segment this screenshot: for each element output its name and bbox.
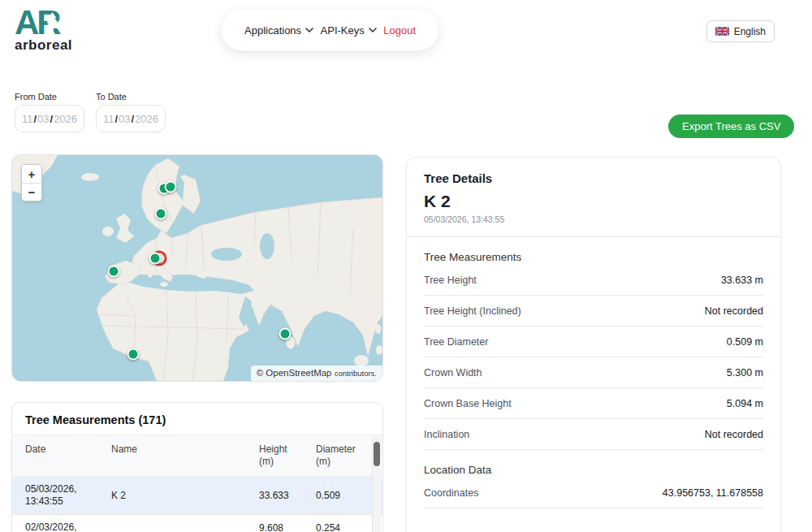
from-date-input[interactable]: 11/03/2026 — [15, 105, 84, 132]
map-marker[interactable] — [165, 181, 177, 193]
map-marker[interactable] — [279, 328, 292, 340]
export-csv-button[interactable]: Export Trees as CSV — [668, 115, 794, 138]
osm-link[interactable]: © OpenStreetMap — [257, 368, 332, 378]
cell-name: K 2 — [111, 490, 259, 501]
brand-logo[interactable]: AR arboreal — [15, 6, 80, 54]
to-date-input[interactable]: 11/03/2026 — [96, 105, 166, 132]
map-zoom-control: + − — [21, 164, 42, 201]
tree-icon — [45, 11, 59, 32]
detail-row: Crown Base Height 5.094 m — [424, 388, 763, 419]
from-date-filter: From Date 11/03/2026 — [15, 92, 84, 132]
detail-label: Coordinates — [424, 487, 478, 499]
language-label: English — [734, 26, 766, 37]
cell-diameter: 0.509 — [316, 490, 366, 501]
to-month: 03 — [119, 113, 130, 125]
detail-label: Tree Height — [424, 275, 477, 286]
nav-api-keys[interactable]: API-Keys — [321, 24, 377, 37]
detail-row: Coordinates 43.956753, 11.678558 — [424, 478, 763, 508]
divider — [407, 236, 780, 237]
detail-label: Tree Height (Inclined) — [424, 305, 521, 317]
page: AR arboreal Applications API-Keys Logout… — [0, 0, 812, 532]
detail-value: 5.094 m — [727, 398, 763, 409]
col-date: Date — [25, 443, 111, 468]
detail-row: Tree Height 33.633 m — [424, 265, 763, 296]
detail-value: 43.956753, 11.678558 — [663, 487, 763, 499]
from-year: 2026 — [54, 113, 77, 125]
cell-date: 02/03/2026, — [25, 521, 111, 532]
nav-applications[interactable]: Applications — [244, 24, 313, 37]
nav-logout[interactable]: Logout — [383, 24, 416, 37]
measurements-heading: Tree Measurements — [424, 251, 763, 263]
detail-label: Crown Width — [424, 367, 482, 378]
detail-label: Crown Base Height — [424, 398, 512, 409]
detail-value: 0.509 m — [727, 336, 763, 348]
detail-row: Inclination Not recorded — [424, 419, 763, 450]
tree-name: K 2 — [424, 192, 763, 211]
detail-value: Not recorded — [705, 429, 763, 440]
col-height: Height(m) — [259, 443, 316, 468]
table-row[interactable]: 05/03/2026,13:43:55 K 2 33.633 0.509 — [12, 477, 382, 515]
logo-mark: AR — [15, 6, 80, 39]
detail-label: Tree Diameter — [424, 336, 488, 348]
detail-value: 33.633 m — [721, 275, 763, 286]
table-row[interactable]: 02/03/2026, 9.608 0.254 — [12, 515, 382, 532]
details-title: Tree Details — [424, 171, 763, 185]
nav-logout-label: Logout — [383, 24, 416, 37]
table-scrollbar-track — [372, 437, 381, 532]
to-year: 2026 — [135, 113, 158, 125]
attribution-suffix: contributors. — [335, 369, 377, 378]
uk-flag-icon — [715, 27, 729, 36]
from-day: 11 — [22, 113, 33, 125]
language-selector[interactable]: English — [706, 20, 775, 42]
map-marker[interactable] — [155, 208, 167, 220]
cell-date: 05/03/2026,13:43:55 — [25, 483, 111, 508]
table-scrollbar-thumb[interactable] — [374, 442, 380, 466]
detail-row: Crown Width 5.300 m — [424, 357, 763, 388]
to-day: 11 — [103, 113, 114, 125]
from-month: 03 — [37, 113, 49, 125]
table-title: Tree Measurements (171) — [12, 403, 382, 435]
col-name: Name — [111, 443, 259, 468]
tree-details-panel: Tree Details K 2 05/03/2026, 13:43:55 Tr… — [406, 157, 781, 532]
tree-measurements-card: Tree Measurements (171) Date Name Height… — [11, 402, 383, 532]
map[interactable]: + − © OpenStreetMap contributors. — [11, 154, 383, 382]
detail-row: Tree Diameter 0.509 m — [424, 327, 763, 357]
tree-timestamp: 05/03/2026, 13:43:55 — [424, 214, 763, 224]
detail-row: Tree Height (Inclined) Not recorded — [424, 296, 763, 327]
col-diameter: Diameter(m) — [316, 443, 366, 468]
nav-applications-label: Applications — [244, 24, 301, 37]
map-marker-selected[interactable] — [149, 253, 162, 265]
detail-value: Not recorded — [705, 305, 763, 317]
from-date-label: From Date — [15, 92, 84, 102]
table-header: Date Name Height(m) Diameter(m) — [12, 435, 382, 477]
detail-value: 5.300 m — [727, 367, 763, 378]
map-marker[interactable] — [127, 348, 140, 361]
cell-diameter: 0.254 — [316, 522, 366, 532]
cell-height: 9.608 — [259, 522, 316, 532]
to-date-label: To Date — [96, 92, 166, 102]
main-nav: Applications API-Keys Logout — [222, 10, 438, 50]
detail-label: Inclination — [424, 429, 469, 440]
map-attribution[interactable]: © OpenStreetMap contributors. — [251, 365, 382, 381]
zoom-in-button[interactable]: + — [22, 165, 41, 183]
chevron-down-icon — [305, 28, 313, 32]
zoom-out-button[interactable]: − — [22, 183, 41, 201]
map-marker[interactable] — [108, 266, 120, 278]
to-date-filter: To Date 11/03/2026 — [96, 92, 166, 132]
map-svg — [12, 155, 382, 381]
nav-api-keys-label: API-Keys — [321, 24, 365, 37]
date-filters: From Date 11/03/2026 To Date 11/03/2026 — [15, 92, 166, 132]
location-heading: Location Data — [424, 464, 763, 476]
cell-height: 33.633 — [259, 490, 316, 501]
chevron-down-icon — [369, 28, 377, 32]
